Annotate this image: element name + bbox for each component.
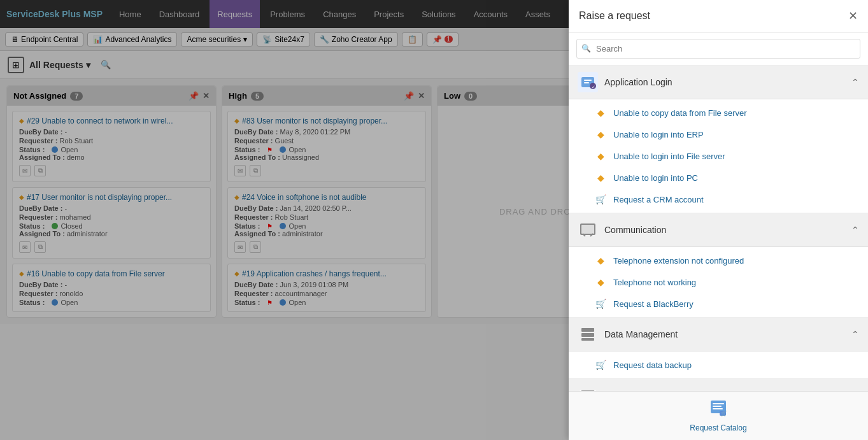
category-items-communication: ◆ Telephone extension not configured ◆ T… [569,247,868,318]
list-item[interactable]: 🛒 Request a BlackBerry [569,293,868,315]
category-header-data-management[interactable]: Data Management ⌃ [569,318,868,324]
svg-rect-8 [581,225,594,234]
list-item[interactable]: ◆ Unable to login into PC [569,167,868,188]
list-item[interactable]: ◆ Unable to login into ERP [569,124,868,145]
list-item[interactable]: ◆ Unable to login into File server [569,145,868,167]
incident-icon: ◆ [594,173,607,183]
category-application-login: ✓ Application Login ⌃ ◆ Unable to copy d… [569,66,868,213]
svg-rect-2 [584,80,592,81]
search-input[interactable] [576,39,860,59]
category-data-management: Data Management ⌃ 🛒 Request data backup [569,318,868,324]
chevron-up-icon: ⌃ [851,225,859,235]
svg-text:✓: ✓ [592,85,595,89]
incident-icon: ◆ [594,255,607,266]
category-communication: Communication ⌃ ◆ Telephone extension no… [569,213,868,318]
panel-close-button[interactable]: ✕ [848,9,858,23]
panel-search-area [569,32,868,66]
chevron-up-icon: ⌃ [851,77,859,87]
incident-icon: ◆ [594,277,607,287]
panel-body: ✓ Application Login ⌃ ◆ Unable to copy d… [569,66,868,324]
application-login-icon: ✓ [578,72,598,92]
service-icon: 🛒 [594,299,607,309]
panel-title: Raise a request [579,10,650,22]
list-item[interactable]: 🛒 Request a CRM account [569,188,868,210]
panel-header: Raise a request ✕ [569,0,868,32]
service-icon: 🛒 [594,194,607,204]
list-item[interactable]: ◆ Telephone extension not configured [569,250,868,271]
raise-request-panel: Raise a request ✕ ✓ Ap [569,0,868,324]
incident-icon: ◆ [594,129,607,139]
category-label-communication: Communication [604,225,845,235]
category-header-communication[interactable]: Communication ⌃ [569,213,868,247]
incident-icon: ◆ [594,151,607,161]
list-item[interactable]: ◆ Unable to copy data from File server [569,102,868,124]
svg-rect-3 [584,82,589,83]
category-header-application-login[interactable]: ✓ Application Login ⌃ [569,66,868,99]
category-items-application-login: ◆ Unable to copy data from File server ◆… [569,99,868,213]
incident-icon: ◆ [594,108,607,118]
category-label-application-login: Application Login [604,77,845,87]
communication-icon [578,220,598,240]
list-item[interactable]: ◆ Telephone not working [569,271,868,293]
